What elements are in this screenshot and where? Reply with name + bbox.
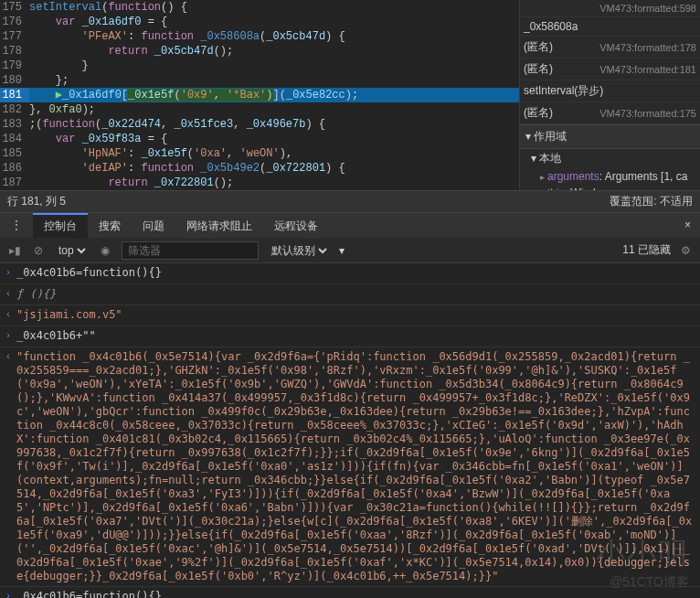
output-arrow-icon: ‹: [5, 308, 16, 323]
line-number[interactable]: 186: [0, 161, 29, 176]
code-line[interactable]: 186 'deIAP': function _0x5b49e2(_0x72280…: [0, 161, 519, 176]
debug-sidebar: VM473:formatted:598_0x58608a(匿名)VM473:fo…: [519, 0, 700, 190]
code-line[interactable]: 185 'HpNAF': _0x1e5f('0xa', 'weON'),: [0, 146, 519, 161]
tab-search[interactable]: 搜索: [88, 213, 132, 238]
cursor-position: 行 181, 列 5: [7, 194, 66, 209]
code-line[interactable]: 180 };: [0, 73, 519, 88]
callstack-frame[interactable]: (匿名)VM473:formatted:181: [520, 59, 700, 80]
code-line[interactable]: 182}, 0xfa0);: [0, 102, 519, 117]
line-content[interactable]: ;(function(_0x22d474, _0x51fce3, _0x496e…: [29, 117, 519, 132]
line-number[interactable]: 183: [0, 117, 29, 132]
scope-variable[interactable]: arguments: Arguments [1, ca: [520, 168, 700, 185]
code-line[interactable]: 176 var _0x1a6df0 = {: [0, 15, 519, 29]
line-number[interactable]: 182: [0, 102, 29, 117]
callstack-frame[interactable]: (匿名)VM473:formatted:178: [520, 37, 700, 59]
input-arrow-icon: ›: [5, 590, 16, 598]
tab-remote[interactable]: 远程设备: [263, 213, 329, 238]
console-output-row: ‹ ƒ (){}: [0, 284, 700, 305]
line-number[interactable]: 185: [0, 146, 29, 161]
line-number[interactable]: 178: [0, 44, 29, 59]
scope-variable[interactable]: this: Window: [520, 185, 700, 190]
tab-close[interactable]: ⋮: [0, 213, 33, 238]
console-output-row: ‹ "jsjiami.com.v5": [0, 305, 700, 326]
console-text: ƒ (){}: [16, 287, 695, 301]
output-arrow-icon: ‹: [5, 350, 16, 365]
code-line[interactable]: 177 'PFeAX': function _0x58608a(_0x5cb47…: [0, 29, 519, 44]
scope-local[interactable]: ▾ 本地: [520, 149, 700, 168]
drawer-close[interactable]: ×: [675, 213, 700, 238]
callstack-frame[interactable]: VM473:formatted:598: [520, 0, 700, 17]
code-line[interactable]: 183;(function(_0x22d474, _0x51fce3, _0x4…: [0, 117, 519, 132]
line-content[interactable]: return _0x722801();: [29, 176, 519, 190]
line-number[interactable]: 184: [0, 132, 29, 146]
line-number[interactable]: 176: [0, 15, 29, 29]
console-input-row: › _0x4c01b6+"": [0, 326, 700, 347]
console-text: "function _0x4c01b6(_0x5e7514){var _0x2d…: [16, 350, 695, 583]
line-content[interactable]: var _0x59f83a = {: [29, 132, 519, 146]
line-number[interactable]: 177: [0, 29, 29, 44]
line-content[interactable]: }: [29, 59, 519, 73]
line-number[interactable]: 180: [0, 73, 29, 88]
console-body[interactable]: › _0x4c01b6=function(){} ‹ ƒ (){} ‹ "jsj…: [0, 263, 700, 598]
code-line[interactable]: 184 var _0x59f83a = {: [0, 132, 519, 146]
console-text: _0x4c01b6=function(){}: [16, 266, 162, 279]
line-content[interactable]: 'deIAP': function _0x5b49e2(_0x722801) {: [29, 161, 519, 176]
line-content[interactable]: };: [29, 73, 519, 88]
line-content[interactable]: setInterval(function() {: [29, 0, 519, 15]
code-line[interactable]: 179 }: [0, 59, 519, 73]
callstack-frame[interactable]: (匿名)VM473:formatted:175: [520, 102, 700, 124]
sidebar-toggle-icon[interactable]: ▸▮: [7, 243, 22, 258]
console-output-row: ‹ "function _0x4c01b6(_0x5e7514){var _0x…: [0, 347, 700, 587]
eye-icon[interactable]: ◉: [98, 243, 112, 258]
console-input-row: › _0x4c01b6=function(){}: [0, 587, 700, 598]
drawer-tabs: ⋮ 控制台 搜索 问题 网络请求阻止 远程设备 ×: [0, 212, 700, 238]
status-bar: 行 181, 列 5 覆盖范围: 不适用: [0, 190, 700, 212]
line-number[interactable]: 175: [0, 0, 29, 15]
code-line[interactable]: 175setInterval(function() {: [0, 0, 519, 15]
context-select[interactable]: top: [55, 243, 89, 258]
code-line[interactable]: 178 return _0x5cb47d();: [0, 44, 519, 59]
coverage-status: 覆盖范围: 不适用: [610, 194, 693, 209]
callstack-frame[interactable]: setInterval(异步): [520, 80, 700, 102]
code-line[interactable]: 187 return _0x722801();: [0, 176, 519, 190]
line-content[interactable]: }, 0xfa0);: [29, 102, 519, 117]
line-number[interactable]: 179: [0, 59, 29, 73]
line-content[interactable]: ▶_0x1a6df0[_0x1e5f('0x9', '*Bax')](_0x5e…: [29, 88, 519, 102]
tab-issues[interactable]: 问题: [132, 213, 175, 238]
line-content[interactable]: var _0x1a6df0 = {: [29, 15, 519, 29]
line-content[interactable]: 'HpNAF': _0x1e5f('0xa', 'weON'),: [29, 146, 519, 161]
tab-netblock[interactable]: 网络请求阻止: [175, 213, 263, 238]
line-number[interactable]: 187: [0, 176, 29, 190]
console-text: "jsjiami.com.v5": [16, 308, 695, 322]
level-select[interactable]: 默认级别: [268, 243, 330, 258]
settings-icon[interactable]: ⚙: [678, 243, 693, 258]
tab-console[interactable]: 控制台: [33, 213, 88, 238]
input-arrow-icon: ›: [5, 266, 16, 281]
input-arrow-icon: ›: [5, 329, 16, 344]
line-content[interactable]: 'PFeAX': function _0x58608a(_0x5cb47d) {: [29, 29, 519, 44]
code-line[interactable]: 181 ▶_0x1a6df0[_0x1e5f('0x9', '*Bax')](_…: [0, 88, 519, 102]
console-text: _0x4c01b6+"": [16, 329, 695, 343]
code-editor[interactable]: 175setInterval(function() {176 var _0x1a…: [0, 0, 519, 190]
output-arrow-icon: ‹: [5, 287, 16, 302]
line-number[interactable]: 181: [0, 88, 29, 102]
line-content[interactable]: return _0x5cb47d();: [29, 44, 519, 59]
scope-header[interactable]: ▾ 作用域: [520, 124, 700, 149]
clear-console-icon[interactable]: ⊘: [31, 243, 46, 258]
console-input-row: › _0x4c01b6=function(){}: [0, 263, 700, 284]
filter-input[interactable]: [122, 241, 259, 260]
hidden-count[interactable]: 11 已隐藏: [622, 242, 671, 258]
callstack-frame[interactable]: _0x58608a: [520, 17, 700, 37]
console-toolbar: ▸▮ ⊘ top ◉ 默认级别▾ 11 已隐藏 ⚙: [0, 238, 700, 263]
console-text: _0x4c01b6=function(){}: [16, 590, 695, 598]
